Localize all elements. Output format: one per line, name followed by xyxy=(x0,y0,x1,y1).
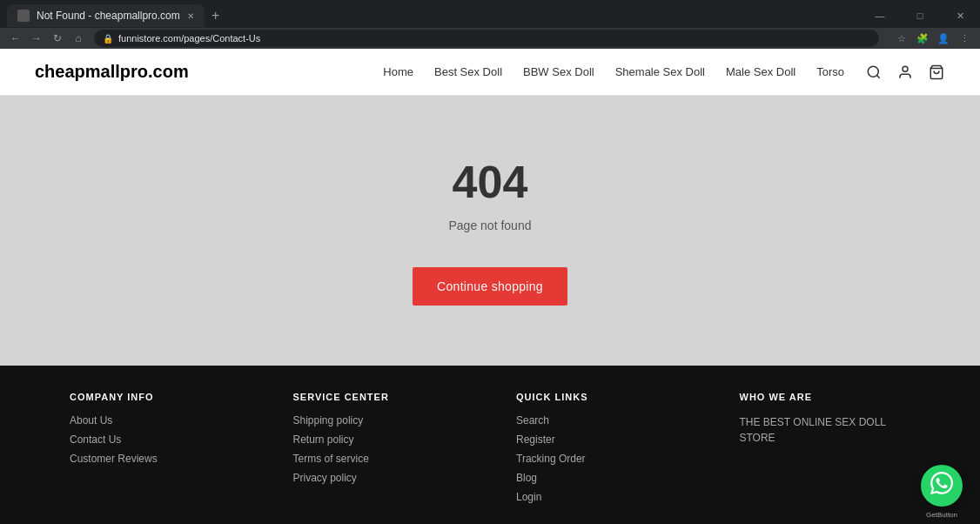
url-text: funnistore.com/pages/Contact-Us xyxy=(118,33,260,44)
back-btn[interactable]: ← xyxy=(7,30,24,47)
getbutton-label: GetButton xyxy=(926,511,957,519)
svg-line-1 xyxy=(876,75,879,77)
menu-btn[interactable]: ⋮ xyxy=(956,30,973,47)
profile-btn[interactable]: 👤 xyxy=(935,30,952,47)
site-footer: COMPANY INFO About Us Contact Us Custome… xyxy=(0,366,980,524)
footer-quick-links-title: QUICK LINKS xyxy=(516,392,688,402)
new-tab-btn[interactable]: + xyxy=(205,4,227,27)
footer-columns: COMPANY INFO About Us Contact Us Custome… xyxy=(70,392,910,524)
reload-btn[interactable]: ↻ xyxy=(49,30,66,47)
address-bar: ← → ↻ ⌂ 🔒 funnistore.com/pages/Contact-U… xyxy=(0,28,980,49)
svg-point-2 xyxy=(903,66,908,71)
url-shield-icon: 🔒 xyxy=(103,34,113,44)
footer-customer-reviews[interactable]: Customer Reviews xyxy=(70,453,241,465)
tab-title: Not Found - cheapmallpro.com xyxy=(37,10,180,22)
site-logo[interactable]: cheapmallpro.com xyxy=(35,62,189,82)
nav-male-sex-doll[interactable]: Male Sex Doll xyxy=(726,65,795,78)
footer-terms-of-service[interactable]: Terms of service xyxy=(293,453,465,465)
footer-return-policy[interactable]: Return policy xyxy=(293,433,465,446)
nav-best-sex-doll[interactable]: Best Sex Doll xyxy=(434,65,502,78)
footer-who-text: THE BEST ONLINE SEX DOLL STORE xyxy=(740,414,911,446)
minimize-btn[interactable]: — xyxy=(860,2,900,30)
tab-close-btn[interactable]: ✕ xyxy=(187,11,194,21)
footer-privacy-policy[interactable]: Privacy policy xyxy=(293,472,465,484)
window-controls: — □ ✕ xyxy=(860,2,980,30)
footer-blog[interactable]: Blog xyxy=(516,472,688,484)
tab-favicon xyxy=(17,10,30,22)
main-content: 404 Page not found Continue shopping xyxy=(0,96,980,366)
nav-torso[interactable]: Torso xyxy=(816,65,844,78)
footer-who-title: WHO WE ARE xyxy=(740,392,911,402)
bookmark-btn[interactable]: ☆ xyxy=(893,30,910,47)
active-tab[interactable]: Not Found - cheapmallpro.com ✕ xyxy=(7,4,205,27)
browser-actions: ☆ 🧩 👤 ⋮ xyxy=(893,30,973,47)
account-icon[interactable] xyxy=(896,64,914,81)
footer-company-title: COMPANY INFO xyxy=(70,392,241,402)
maximize-btn[interactable]: □ xyxy=(900,2,940,30)
footer-tracking-order[interactable]: Tracking Order xyxy=(516,453,688,465)
footer-who-we-are: WHO WE ARE THE BEST ONLINE SEX DOLL STOR… xyxy=(740,392,911,510)
search-icon[interactable] xyxy=(865,64,883,81)
footer-login[interactable]: Login xyxy=(516,491,688,503)
continue-shopping-button[interactable]: Continue shopping xyxy=(413,267,567,306)
site-nav: Home Best Sex Doll BBW Sex Doll Shemale … xyxy=(383,65,844,78)
nav-home[interactable]: Home xyxy=(383,65,413,78)
footer-about-us[interactable]: About Us xyxy=(70,414,241,427)
forward-btn[interactable]: → xyxy=(28,30,45,47)
close-btn[interactable]: ✕ xyxy=(940,2,980,30)
header-icons xyxy=(865,64,945,81)
extensions-btn[interactable]: 🧩 xyxy=(914,30,931,47)
site-header: cheapmallpro.com Home Best Sex Doll BBW … xyxy=(0,49,980,96)
error-code: 404 xyxy=(453,156,528,208)
nav-controls: ← → ↻ ⌂ xyxy=(7,30,87,47)
home-btn[interactable]: ⌂ xyxy=(70,30,87,47)
whatsapp-icon xyxy=(930,472,953,500)
error-message: Page not found xyxy=(449,218,532,232)
footer-company-info: COMPANY INFO About Us Contact Us Custome… xyxy=(70,392,241,510)
footer-shipping-policy[interactable]: Shipping policy xyxy=(293,414,465,427)
tab-row: Not Found - cheapmallpro.com ✕ + — □ ✕ xyxy=(0,0,980,28)
svg-point-0 xyxy=(868,66,878,77)
browser-chrome: Not Found - cheapmallpro.com ✕ + — □ ✕ ←… xyxy=(0,0,980,49)
footer-register[interactable]: Register xyxy=(516,433,688,446)
footer-service-center: SERVICE CENTER Shipping policy Return po… xyxy=(293,392,465,510)
footer-service-title: SERVICE CENTER xyxy=(293,392,465,402)
footer-search[interactable]: Search xyxy=(516,414,688,427)
nav-bbw-sex-doll[interactable]: BBW Sex Doll xyxy=(523,65,594,78)
footer-contact-us[interactable]: Contact Us xyxy=(70,433,241,446)
getbutton-widget[interactable]: GetButton xyxy=(921,465,963,507)
tabs-left: Not Found - cheapmallpro.com ✕ + xyxy=(7,4,860,27)
cart-icon[interactable] xyxy=(928,64,945,81)
url-bar[interactable]: 🔒 funnistore.com/pages/Contact-Us xyxy=(94,30,879,47)
footer-quick-links: QUICK LINKS Search Register Tracking Ord… xyxy=(516,392,688,510)
nav-shemale-sex-doll[interactable]: Shemale Sex Doll xyxy=(615,65,705,78)
